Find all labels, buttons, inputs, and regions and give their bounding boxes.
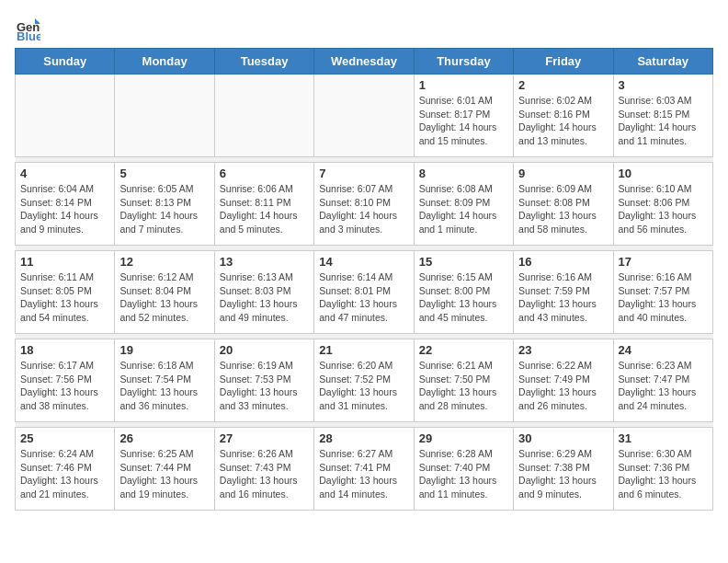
calendar-cell: 18Sunrise: 6:17 AM Sunset: 7:56 PM Dayli… (16, 339, 115, 422)
date-number: 5 (119, 167, 209, 180)
week-row-5: 25Sunrise: 6:24 AM Sunset: 7:46 PM Dayli… (16, 428, 713, 511)
date-number: 30 (518, 431, 608, 445)
week-row-1: 1Sunrise: 6:01 AM Sunset: 8:17 PM Daylig… (16, 75, 713, 157)
cell-details: Sunrise: 6:10 AM Sunset: 8:06 PM Dayligh… (619, 182, 708, 236)
calendar-header-row: SundayMondayTuesdayWednesdayThursdayFrid… (16, 49, 713, 75)
calendar-cell: 9Sunrise: 6:09 AM Sunset: 8:08 PM Daylig… (514, 163, 613, 246)
cell-details: Sunrise: 6:07 AM Sunset: 8:10 PM Dayligh… (319, 182, 408, 236)
page-header: General Blue (15, 15, 713, 40)
date-number: 7 (319, 167, 408, 180)
calendar-cell: 7Sunrise: 6:07 AM Sunset: 8:10 PM Daylig… (314, 163, 414, 246)
date-number: 12 (119, 255, 209, 269)
svg-text:Blue: Blue (17, 29, 40, 40)
calendar-cell (16, 75, 115, 157)
cell-details: Sunrise: 6:18 AM Sunset: 7:54 PM Dayligh… (119, 359, 209, 413)
logo-icon: General Blue (15, 15, 40, 40)
cell-details: Sunrise: 6:06 AM Sunset: 8:11 PM Dayligh… (220, 182, 309, 236)
cell-details: Sunrise: 6:26 AM Sunset: 7:43 PM Dayligh… (220, 447, 309, 501)
date-number: 1 (419, 78, 508, 92)
cell-details: Sunrise: 6:05 AM Sunset: 8:13 PM Dayligh… (119, 182, 209, 236)
cell-details: Sunrise: 6:23 AM Sunset: 7:47 PM Dayligh… (619, 359, 708, 413)
cell-details: Sunrise: 6:29 AM Sunset: 7:38 PM Dayligh… (518, 447, 608, 501)
calendar-cell: 24Sunrise: 6:23 AM Sunset: 7:47 PM Dayli… (613, 339, 712, 422)
date-number: 17 (619, 255, 708, 269)
calendar-cell: 5Sunrise: 6:05 AM Sunset: 8:13 PM Daylig… (115, 163, 214, 246)
date-number: 29 (419, 431, 508, 445)
cell-details: Sunrise: 6:28 AM Sunset: 7:40 PM Dayligh… (419, 447, 508, 501)
calendar-cell: 19Sunrise: 6:18 AM Sunset: 7:54 PM Dayli… (115, 339, 214, 422)
logo: General Blue (15, 15, 44, 40)
calendar-cell: 20Sunrise: 6:19 AM Sunset: 7:53 PM Dayli… (214, 339, 313, 422)
calendar-body: 1Sunrise: 6:01 AM Sunset: 8:17 PM Daylig… (16, 75, 713, 511)
cell-details: Sunrise: 6:21 AM Sunset: 7:50 PM Dayligh… (419, 359, 508, 413)
cell-details: Sunrise: 6:25 AM Sunset: 7:44 PM Dayligh… (119, 447, 209, 501)
calendar-cell: 2Sunrise: 6:02 AM Sunset: 8:16 PM Daylig… (514, 75, 613, 157)
cell-details: Sunrise: 6:03 AM Sunset: 8:15 PM Dayligh… (619, 94, 708, 148)
date-number: 14 (319, 255, 408, 269)
day-header-friday: Friday (514, 49, 613, 75)
calendar-cell: 13Sunrise: 6:13 AM Sunset: 8:03 PM Dayli… (214, 251, 313, 334)
cell-details: Sunrise: 6:19 AM Sunset: 7:53 PM Dayligh… (220, 359, 309, 413)
cell-details: Sunrise: 6:12 AM Sunset: 8:04 PM Dayligh… (119, 270, 209, 325)
day-header-sunday: Sunday (16, 49, 115, 75)
date-number: 28 (319, 431, 408, 445)
date-number: 18 (20, 343, 109, 357)
cell-details: Sunrise: 6:24 AM Sunset: 7:46 PM Dayligh… (20, 447, 109, 501)
week-row-4: 18Sunrise: 6:17 AM Sunset: 7:56 PM Dayli… (16, 339, 713, 422)
date-number: 20 (220, 343, 309, 357)
cell-details: Sunrise: 6:02 AM Sunset: 8:16 PM Dayligh… (518, 94, 608, 148)
date-number: 19 (119, 343, 209, 357)
date-number: 8 (419, 167, 508, 180)
calendar-cell: 28Sunrise: 6:27 AM Sunset: 7:41 PM Dayli… (314, 428, 414, 511)
week-row-3: 11Sunrise: 6:11 AM Sunset: 8:05 PM Dayli… (16, 251, 713, 334)
day-header-monday: Monday (115, 49, 214, 75)
cell-details: Sunrise: 6:08 AM Sunset: 8:09 PM Dayligh… (419, 182, 508, 236)
cell-details: Sunrise: 6:15 AM Sunset: 8:00 PM Dayligh… (419, 270, 508, 325)
calendar-cell (314, 75, 414, 157)
date-number: 25 (20, 431, 109, 445)
day-header-saturday: Saturday (613, 49, 712, 75)
cell-details: Sunrise: 6:16 AM Sunset: 7:57 PM Dayligh… (619, 270, 708, 325)
cell-details: Sunrise: 6:20 AM Sunset: 7:52 PM Dayligh… (319, 359, 408, 413)
calendar-cell: 23Sunrise: 6:22 AM Sunset: 7:49 PM Dayli… (514, 339, 613, 422)
day-header-wednesday: Wednesday (314, 49, 414, 75)
cell-details: Sunrise: 6:14 AM Sunset: 8:01 PM Dayligh… (319, 270, 408, 325)
calendar-cell: 27Sunrise: 6:26 AM Sunset: 7:43 PM Dayli… (214, 428, 313, 511)
cell-details: Sunrise: 6:01 AM Sunset: 8:17 PM Dayligh… (419, 94, 508, 148)
calendar-table: SundayMondayTuesdayWednesdayThursdayFrid… (15, 48, 713, 511)
date-number: 10 (619, 167, 708, 180)
calendar-cell: 17Sunrise: 6:16 AM Sunset: 7:57 PM Dayli… (613, 251, 712, 334)
date-number: 13 (220, 255, 309, 269)
day-header-tuesday: Tuesday (214, 49, 313, 75)
cell-details: Sunrise: 6:11 AM Sunset: 8:05 PM Dayligh… (20, 270, 109, 325)
calendar-cell: 16Sunrise: 6:16 AM Sunset: 7:59 PM Dayli… (514, 251, 613, 334)
date-number: 26 (119, 431, 209, 445)
date-number: 22 (419, 343, 508, 357)
calendar-cell: 22Sunrise: 6:21 AM Sunset: 7:50 PM Dayli… (414, 339, 513, 422)
date-number: 23 (518, 343, 608, 357)
cell-details: Sunrise: 6:16 AM Sunset: 7:59 PM Dayligh… (518, 270, 608, 325)
calendar-cell: 6Sunrise: 6:06 AM Sunset: 8:11 PM Daylig… (214, 163, 313, 246)
calendar-cell: 26Sunrise: 6:25 AM Sunset: 7:44 PM Dayli… (115, 428, 214, 511)
cell-details: Sunrise: 6:13 AM Sunset: 8:03 PM Dayligh… (220, 270, 309, 325)
calendar-cell: 30Sunrise: 6:29 AM Sunset: 7:38 PM Dayli… (514, 428, 613, 511)
calendar-cell (115, 75, 214, 157)
cell-details: Sunrise: 6:22 AM Sunset: 7:49 PM Dayligh… (518, 359, 608, 413)
calendar-cell: 21Sunrise: 6:20 AM Sunset: 7:52 PM Dayli… (314, 339, 414, 422)
calendar-cell: 29Sunrise: 6:28 AM Sunset: 7:40 PM Dayli… (414, 428, 513, 511)
date-number: 2 (518, 78, 608, 92)
calendar-cell (214, 75, 313, 157)
calendar-cell: 11Sunrise: 6:11 AM Sunset: 8:05 PM Dayli… (16, 251, 115, 334)
calendar-cell: 14Sunrise: 6:14 AM Sunset: 8:01 PM Dayli… (314, 251, 414, 334)
date-number: 15 (419, 255, 508, 269)
date-number: 4 (20, 167, 109, 180)
cell-details: Sunrise: 6:04 AM Sunset: 8:14 PM Dayligh… (20, 182, 109, 236)
date-number: 3 (619, 78, 708, 92)
date-number: 16 (518, 255, 608, 269)
cell-details: Sunrise: 6:17 AM Sunset: 7:56 PM Dayligh… (20, 359, 109, 413)
cell-details: Sunrise: 6:27 AM Sunset: 7:41 PM Dayligh… (319, 447, 408, 501)
date-number: 27 (220, 431, 309, 445)
date-number: 6 (220, 167, 309, 180)
calendar-cell: 1Sunrise: 6:01 AM Sunset: 8:17 PM Daylig… (414, 75, 513, 157)
week-row-2: 4Sunrise: 6:04 AM Sunset: 8:14 PM Daylig… (16, 163, 713, 246)
